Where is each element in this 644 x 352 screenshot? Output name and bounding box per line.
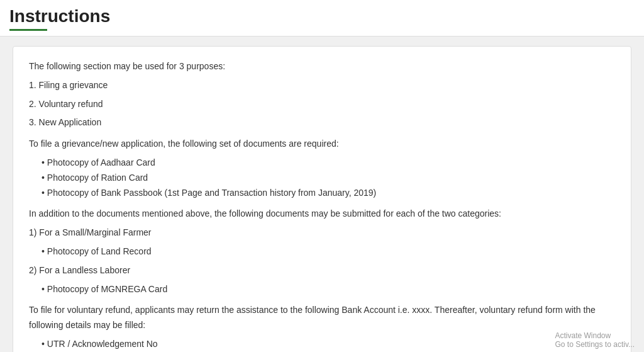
category1-doc-1: Photocopy of Land Record xyxy=(42,244,615,259)
category2-header: 2) For a Landless Laborer xyxy=(29,263,615,278)
purpose-2: 2. Voluntary refund xyxy=(29,97,615,112)
additional-header: In addition to the documents mentioned a… xyxy=(29,207,615,222)
grievance-doc-2: Photocopy of Ration Card xyxy=(42,171,615,186)
voluntary-doc-1: UTR / Acknowledgement No xyxy=(42,337,615,352)
header: Instructions xyxy=(0,0,644,37)
voluntary-text: To file for voluntary refund, applicants… xyxy=(29,303,615,333)
grievance-doc-1: Photocopy of Aadhaar Card xyxy=(42,156,615,171)
category1-docs-list: Photocopy of Land Record xyxy=(42,244,615,259)
page-wrapper: Instructions The following section may b… xyxy=(0,0,644,352)
voluntary-docs-list: UTR / Acknowledgement No Name of Branch … xyxy=(42,337,615,352)
category2-docs-list: Photocopy of MGNREGA Card xyxy=(42,282,615,297)
grievance-docs-list: Photocopy of Aadhaar Card Photocopy of R… xyxy=(42,156,615,200)
category1-header: 1) For a Small/Marginal Farmer xyxy=(29,225,615,241)
grievance-header: To file a grievance/new application, the… xyxy=(29,137,615,152)
purpose-1: 1. Filing a grievance xyxy=(29,78,615,93)
page-title: Instructions xyxy=(9,6,110,26)
content-area: The following section may be used for 3 … xyxy=(0,37,644,352)
activate-windows-text: Activate Window Go to Settings to activ.… xyxy=(555,331,635,349)
purpose-3: 3. New Application xyxy=(29,115,615,130)
category2-doc-1: Photocopy of MGNREGA Card xyxy=(42,282,615,297)
grievance-doc-3: Photocopy of Bank Passbook (1st Page and… xyxy=(42,186,615,201)
instructions-box: The following section may be used for 3 … xyxy=(13,46,631,352)
intro-text: The following section may be used for 3 … xyxy=(29,59,615,74)
title-underline xyxy=(9,29,47,31)
